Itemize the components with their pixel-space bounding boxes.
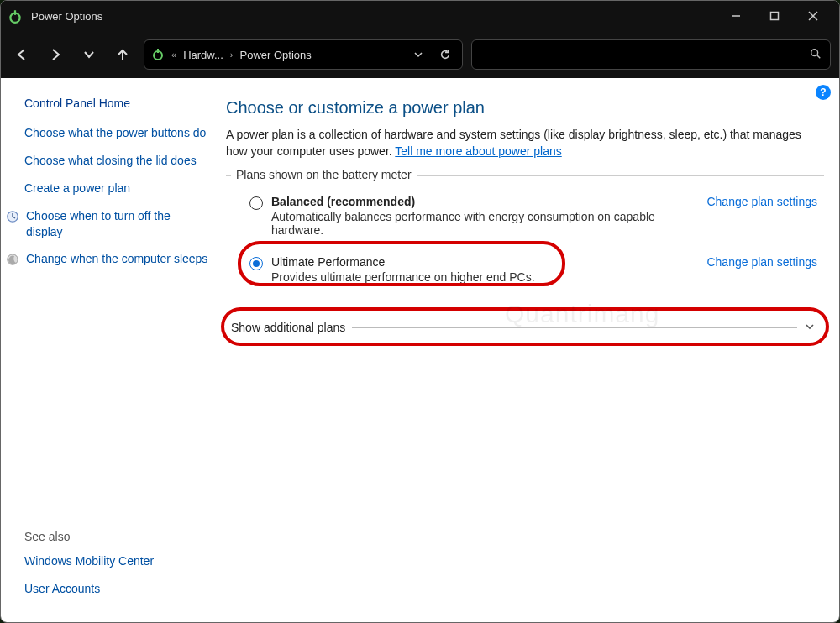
address-bar[interactable]: « Hardw... › Power Options	[144, 39, 463, 70]
search-icon	[810, 48, 822, 62]
radio-ultimate[interactable]	[249, 257, 263, 270]
page-title: Choose or customize a power plan	[226, 98, 824, 118]
moon-icon	[6, 253, 19, 266]
radio-balanced[interactable]	[249, 196, 263, 210]
expand-label: Show additional plans	[231, 321, 345, 334]
change-plan-settings-link[interactable]: Change plan settings	[706, 255, 817, 269]
search-box[interactable]	[471, 39, 831, 70]
plan-desc: Provides ultimate performance on higher …	[271, 270, 688, 284]
app-icon	[8, 8, 23, 24]
plan-name: Balanced (recommended)	[271, 195, 688, 208]
svg-line-9	[817, 55, 821, 58]
sidebar-link-power-buttons[interactable]: Choose what the power buttons do	[24, 125, 209, 141]
power-plan-ultimate: Ultimate Performance Provides ultimate p…	[229, 252, 821, 291]
sidebar-item-label: Choose when to turn off the display	[26, 208, 209, 240]
svg-point-8	[811, 49, 818, 55]
plans-legend: Plans shown on the battery meter	[231, 168, 417, 181]
seealso-mobility-center[interactable]: Windows Mobility Center	[24, 553, 209, 569]
clock-icon	[6, 210, 19, 223]
svg-rect-3	[771, 13, 779, 20]
maximize-button[interactable]	[755, 1, 794, 31]
close-button[interactable]	[794, 1, 832, 31]
address-dropdown-button[interactable]	[408, 44, 428, 65]
sidebar-link-turn-off-display[interactable]: Choose when to turn off the display	[6, 208, 209, 240]
page-description: A power plan is a collection of hardware…	[226, 126, 824, 160]
address-icon	[151, 47, 165, 63]
forward-button[interactable]	[43, 42, 68, 67]
power-plan-balanced: Balanced (recommended) Automatically bal…	[229, 191, 821, 243]
refresh-button[interactable]	[435, 44, 455, 65]
control-panel-home-link[interactable]: Control Panel Home	[24, 97, 209, 110]
seealso-user-accounts[interactable]: User Accounts	[24, 581, 209, 597]
sidebar-link-computer-sleeps[interactable]: Change when the computer sleeps	[6, 251, 209, 267]
see-also-heading: See also	[24, 530, 209, 543]
breadcrumb-level2[interactable]: Power Options	[239, 49, 311, 61]
sidebar-link-closing-lid[interactable]: Choose what closing the lid does	[24, 153, 209, 169]
chevron-down-icon	[804, 321, 816, 335]
plan-name: Ultimate Performance	[271, 255, 688, 269]
minimize-button[interactable]	[717, 1, 755, 31]
breadcrumb-level1[interactable]: Hardw...	[183, 49, 223, 61]
change-plan-settings-link[interactable]: Change plan settings	[706, 195, 817, 208]
titlebar: Power Options	[1, 1, 839, 31]
sidebar-link-create-plan[interactable]: Create a power plan	[24, 181, 209, 196]
show-additional-plans-toggle[interactable]: Show additional plans	[226, 316, 824, 340]
breadcrumb-prefix: «	[171, 50, 176, 60]
plans-fieldset: Plans shown on the battery meter Balance…	[226, 175, 824, 297]
sidebar-item-label: Change when the computer sleeps	[26, 251, 207, 267]
up-button[interactable]	[110, 42, 135, 67]
main-panel: Choose or customize a power plan A power…	[219, 78, 839, 622]
navbar: « Hardw... › Power Options	[1, 31, 839, 78]
sidebar: Control Panel Home Choose what the power…	[1, 78, 219, 622]
window-title: Power Options	[31, 10, 717, 23]
recent-locations-button[interactable]	[76, 42, 102, 67]
plan-desc: Automatically balances performance with …	[271, 210, 688, 237]
chevron-right-icon: ›	[230, 50, 234, 60]
learn-more-link[interactable]: Tell me more about power plans	[395, 144, 561, 158]
back-button[interactable]	[9, 42, 34, 67]
divider	[352, 327, 797, 328]
